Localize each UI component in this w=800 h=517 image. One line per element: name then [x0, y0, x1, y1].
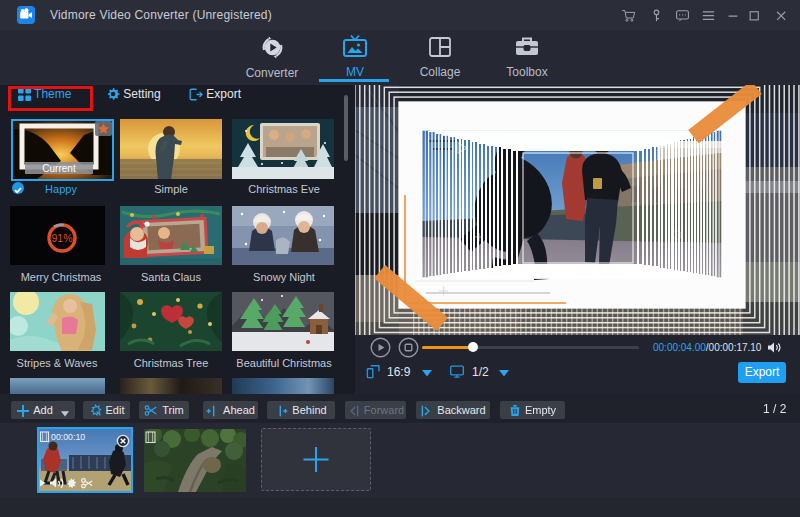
- svg-text:00:00:10: 00:00:10: [51, 432, 85, 442]
- svg-text:91%: 91%: [51, 232, 72, 244]
- svg-text:Current: Current: [42, 163, 76, 174]
